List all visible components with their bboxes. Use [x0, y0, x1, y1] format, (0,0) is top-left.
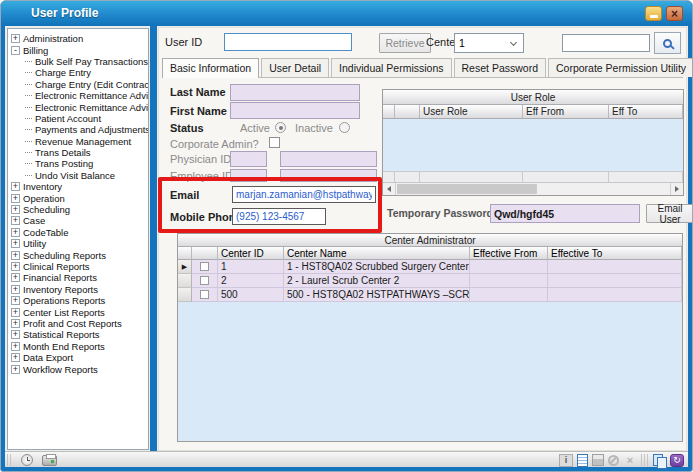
- row-selector-cell[interactable]: [178, 288, 192, 302]
- minimize-button[interactable]: [645, 6, 662, 21]
- sidebar-item[interactable]: Revenue Management: [8, 136, 148, 147]
- sidebar-item[interactable]: Data Export: [8, 352, 148, 363]
- employee-name-input[interactable]: [280, 169, 377, 182]
- scroll-left-arrow-icon[interactable]: [383, 183, 396, 195]
- user-role-col-userrole[interactable]: User Role: [420, 105, 523, 118]
- sidebar-item[interactable]: Clinical Reports: [8, 261, 148, 272]
- scroll-right-arrow-icon[interactable]: [670, 183, 683, 195]
- sidebar-item[interactable]: Electronic Remittance Advice - Patient: [8, 90, 148, 101]
- user-role-hscrollbar[interactable]: [383, 182, 683, 195]
- cancel-icon[interactable]: [608, 455, 619, 466]
- sidebar-item[interactable]: Charge Entry (Edit Contract Fee): [8, 79, 148, 90]
- sidebar-item[interactable]: Inventory Reports: [8, 284, 148, 295]
- sidebar-item[interactable]: Bulk Self Pay Transactions: [8, 56, 148, 67]
- tree-expand-icon[interactable]: [11, 273, 20, 282]
- sidebar-item[interactable]: Payments and Adjustments: [8, 124, 148, 135]
- first-name-input[interactable]: [230, 102, 360, 119]
- sidebar-item[interactable]: Financial Reports: [8, 272, 148, 283]
- tree-expand-icon[interactable]: [11, 365, 20, 374]
- user-role-col-efffrom[interactable]: Eff From: [523, 105, 609, 118]
- info-icon[interactable]: i: [559, 454, 573, 467]
- sidebar-item[interactable]: Trans Posting: [8, 158, 148, 169]
- tree-expand-icon[interactable]: [11, 251, 20, 260]
- tree-expand-icon[interactable]: [11, 285, 20, 294]
- tree-expand-icon[interactable]: [11, 262, 20, 271]
- row-selector-cell[interactable]: [178, 274, 192, 288]
- email-user-button[interactable]: Email User: [646, 204, 693, 223]
- sidebar-item[interactable]: Electronic Remittance Advice - Payer: [8, 101, 148, 112]
- center-admin-col-effto[interactable]: Effective To: [548, 247, 682, 260]
- last-name-input[interactable]: [230, 84, 360, 101]
- physician-name-input[interactable]: [280, 151, 377, 167]
- quick-search-input[interactable]: [562, 34, 650, 52]
- row-checkbox[interactable]: [200, 276, 209, 285]
- refresh-center-icon[interactable]: ↻: [670, 454, 684, 467]
- sidebar-item[interactable]: Utility: [8, 238, 148, 249]
- search-button[interactable]: [654, 32, 681, 54]
- mobile-phone-input[interactable]: [232, 208, 326, 225]
- tree-expand-icon[interactable]: [11, 46, 20, 55]
- tab[interactable]: Reset Password: [454, 58, 546, 77]
- center-admin-row[interactable]: 500 500 - HST8QA02 HSTPATHWAYS –SCRUBBED…: [178, 288, 682, 302]
- sidebar-item[interactable]: Workflow Reports: [8, 363, 148, 374]
- tree-expand-icon[interactable]: [11, 34, 20, 43]
- tree-expand-icon[interactable]: [11, 205, 20, 214]
- tree-expand-icon[interactable]: [11, 308, 20, 317]
- center-admin-col-centerid[interactable]: Center ID: [218, 247, 284, 260]
- row-checkbox[interactable]: [200, 262, 209, 271]
- sidebar-item[interactable]: Statistical Reports: [8, 329, 148, 340]
- printer-icon[interactable]: [42, 455, 57, 466]
- sidebar-item[interactable]: Operation: [8, 192, 148, 203]
- clock-icon[interactable]: [21, 454, 33, 466]
- sidebar-item[interactable]: Inventory: [8, 181, 148, 192]
- sidebar-item[interactable]: Undo Visit Balance: [8, 170, 148, 181]
- sidebar-item[interactable]: Scheduling Reports: [8, 249, 148, 260]
- status-inactive-radio[interactable]: [339, 122, 350, 133]
- panel-splitter[interactable]: [150, 26, 157, 451]
- tree-expand-icon[interactable]: [11, 342, 20, 351]
- user-role-col-effto[interactable]: Eff To: [609, 105, 683, 118]
- sidebar-item[interactable]: Scheduling: [8, 204, 148, 215]
- tree-expand-icon[interactable]: [11, 330, 20, 339]
- tab[interactable]: Corporate Permission Utility: [548, 58, 693, 77]
- sidebar-item[interactable]: Profit and Cost Reports: [8, 318, 148, 329]
- employee-id-input[interactable]: [230, 169, 267, 182]
- retrieve-button[interactable]: Retrieve: [379, 33, 431, 53]
- center-admin-col-efffrom[interactable]: Effective From: [470, 247, 548, 260]
- center-admin-col-centername[interactable]: Center Name: [284, 247, 470, 260]
- email-input[interactable]: [232, 186, 376, 203]
- tree-expand-icon[interactable]: [11, 296, 20, 305]
- center-admin-row[interactable]: 1 1 - HST8QA02 Scrubbed Surgery Center: [178, 260, 682, 274]
- sidebar-item[interactable]: Billing: [8, 44, 148, 55]
- sidebar-item[interactable]: Month End Reports: [8, 341, 148, 352]
- tab[interactable]: Individual Permissions: [331, 58, 451, 77]
- tree-expand-icon[interactable]: [11, 239, 20, 248]
- temporary-password-input[interactable]: [490, 204, 640, 223]
- delete-icon[interactable]: ×: [623, 454, 637, 467]
- sidebar-item[interactable]: Case: [8, 215, 148, 226]
- sidebar-item[interactable]: CodeTable: [8, 227, 148, 238]
- tab[interactable]: User Detail: [261, 58, 329, 77]
- sidebar-item[interactable]: Operations Reports: [8, 295, 148, 306]
- save-icon[interactable]: [592, 454, 604, 466]
- copy-icon[interactable]: [653, 454, 666, 467]
- tree-expand-icon[interactable]: [11, 194, 20, 203]
- tree-expand-icon[interactable]: [11, 216, 20, 225]
- tree-expand-icon[interactable]: [11, 228, 20, 237]
- tree-expand-icon[interactable]: [11, 319, 20, 328]
- new-document-icon[interactable]: [577, 454, 588, 467]
- row-selector-cell[interactable]: [178, 260, 192, 274]
- corporate-admin-checkbox[interactable]: [269, 137, 280, 148]
- tab[interactable]: Basic Information: [162, 58, 259, 78]
- row-checkbox[interactable]: [200, 290, 209, 299]
- center-select[interactable]: 1: [454, 33, 524, 53]
- tree-expand-icon[interactable]: [11, 353, 20, 362]
- center-admin-row[interactable]: 2 2 - Laurel Scrub Center 2: [178, 274, 682, 288]
- user-id-input[interactable]: [224, 33, 352, 51]
- sidebar-item[interactable]: Charge Entry: [8, 67, 148, 78]
- sidebar-item[interactable]: Patient Account: [8, 113, 148, 124]
- sidebar-item[interactable]: Trans Details: [8, 147, 148, 158]
- status-active-radio[interactable]: [275, 122, 286, 133]
- sidebar-item[interactable]: Center List Reports: [8, 306, 148, 317]
- tree-expand-icon[interactable]: [11, 182, 20, 191]
